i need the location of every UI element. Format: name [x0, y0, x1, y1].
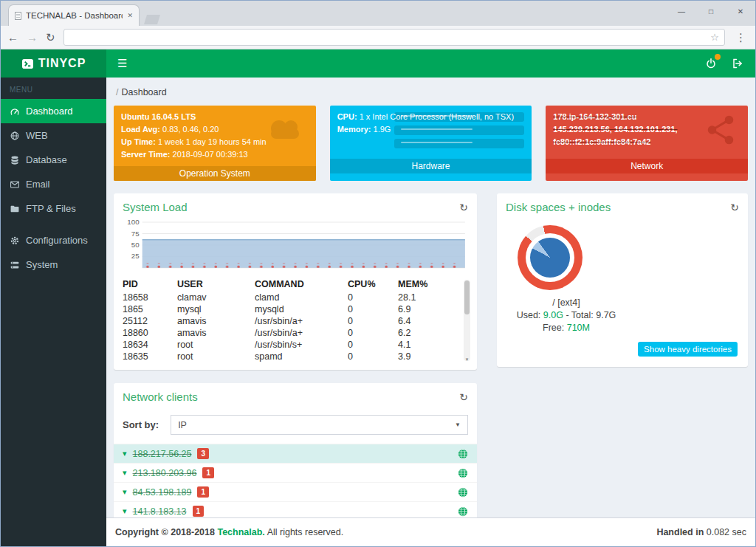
- network-client-row[interactable]: ▾ 84.53.198.189 1: [114, 482, 477, 501]
- copyright-text: Copyright © 2018-2018 Technalab. All rig…: [115, 527, 343, 537]
- breadcrumb-separator: /: [116, 87, 118, 97]
- sidebar-item-ftp-files[interactable]: FTP & Files: [1, 196, 106, 221]
- command-cell: spamd: [255, 351, 348, 362]
- col-cpu: CPU%: [348, 277, 398, 292]
- cpu-cell: 0: [348, 292, 398, 303]
- tinycp-app: TINYCP ☰ MENU: [1, 49, 755, 546]
- pid-cell: 18658: [123, 292, 177, 303]
- svg-text:100: 100: [127, 219, 140, 226]
- reload-button[interactable]: ↻: [46, 32, 55, 43]
- sidebar-item-email[interactable]: Email: [1, 172, 106, 196]
- user-cell: root: [177, 339, 255, 351]
- network-client-row[interactable]: ▾ 213.180.203.96 1: [114, 463, 477, 482]
- forward-button[interactable]: →: [27, 32, 38, 43]
- col-mem: MEM%: [398, 277, 458, 292]
- sidebar-menu-label: MENU: [1, 78, 106, 99]
- hamburger-menu-icon[interactable]: ☰: [106, 57, 138, 70]
- client-count-badge: 1: [197, 486, 209, 498]
- mem-cell: 28.1: [398, 292, 458, 303]
- refresh-icon[interactable]: ↻: [459, 392, 468, 402]
- svg-text:25: 25: [131, 252, 140, 261]
- bookmark-star-icon[interactable]: ☆: [710, 32, 719, 43]
- sidebar-item-system[interactable]: System: [1, 252, 106, 277]
- client-count-badge: 3: [197, 448, 209, 459]
- mem-cell: 4.1: [398, 339, 458, 351]
- tab-close-icon[interactable]: ✕: [127, 12, 133, 19]
- command-cell: /usr/sbin/a+: [255, 315, 348, 327]
- maximize-button[interactable]: □: [696, 1, 726, 21]
- system-load-chart: 100 75 50 25: [114, 219, 477, 274]
- show-heavy-directories-button[interactable]: Show heavy directories: [638, 342, 738, 357]
- browser-toolbar: ← → ↻ ☆ ⋮: [1, 26, 755, 49]
- logo-text: TINYCP: [38, 57, 86, 70]
- address-input[interactable]: [69, 32, 707, 43]
- sort-by-select[interactable]: IP ▼: [171, 415, 468, 435]
- page-favicon-icon: [15, 12, 21, 20]
- scrollbar-thumb[interactable]: [464, 281, 470, 314]
- minimize-button[interactable]: —: [667, 1, 696, 21]
- tab-title: TECHNALAB - Dashboard: [26, 11, 123, 20]
- header-actions: [698, 49, 755, 78]
- new-tab-button[interactable]: [144, 15, 160, 24]
- col-pid: PID: [123, 277, 177, 292]
- logout-icon: [732, 58, 743, 69]
- sidebar-item-dashboard[interactable]: Dashboard: [1, 99, 106, 123]
- address-bar[interactable]: ☆: [63, 29, 725, 46]
- table-row: 1865mysqlmysqld06.9: [123, 303, 458, 315]
- logout-button[interactable]: [724, 49, 751, 78]
- os-load: Load Avg: 0.83, 0.46, 0.20: [121, 123, 309, 136]
- user-cell: clamav: [177, 292, 255, 303]
- table-row: 18635rootspamd03.9: [123, 351, 458, 362]
- hardware-cpu: CPU: 1 x Intel Core Processor (Haswell, …: [337, 111, 525, 123]
- terminal-logo-icon: [21, 58, 34, 69]
- sort-by-value: IP: [178, 420, 187, 430]
- power-icon: [705, 58, 717, 69]
- sidebar-item-configurations[interactable]: Configurations: [1, 228, 106, 252]
- browser-tab[interactable]: TECHNALAB - Dashboard ✕: [8, 4, 140, 26]
- sidebar-item-label: FTP & Files: [26, 203, 76, 214]
- tinycp-logo[interactable]: TINYCP: [1, 49, 106, 78]
- refresh-icon[interactable]: ↻: [459, 202, 468, 213]
- sort-by-label: Sort by:: [123, 419, 159, 430]
- client-ip: 188.217.56.25: [133, 449, 192, 459]
- sidebar-item-web[interactable]: WEB: [1, 123, 106, 148]
- network-client-row[interactable]: ▾ 188.217.56.25 3: [114, 444, 477, 463]
- dashboard-gauge-icon: [10, 106, 20, 117]
- notification-badge: [715, 54, 721, 60]
- database-icon: [10, 155, 20, 165]
- sidebar-item-database[interactable]: Database: [1, 148, 106, 172]
- disk-used-total: Used: 9.0G - Total: 9.7G: [507, 310, 625, 320]
- network-footer-label: Network: [546, 159, 748, 173]
- hardware-memory: Memory: 1.9G: [337, 123, 525, 136]
- os-title: Ubuntu 16.04.5 LTS: [121, 111, 309, 123]
- pid-cell: 18860: [123, 327, 177, 339]
- cpu-cell: 0: [348, 339, 398, 351]
- globe-status-icon: [458, 506, 468, 517]
- pid-cell: 18635: [123, 351, 177, 362]
- breadcrumb-current: Dashboard: [121, 87, 166, 97]
- scroll-down-arrow-icon[interactable]: ▾: [464, 357, 470, 362]
- window-controls: — □ ✕: [667, 1, 755, 21]
- close-button[interactable]: ✕: [726, 1, 755, 21]
- gear-icon: [10, 235, 20, 246]
- power-button[interactable]: [698, 49, 724, 78]
- globe-icon: [10, 131, 20, 141]
- col-command: COMMAND: [255, 277, 348, 292]
- refresh-icon[interactable]: ↻: [730, 202, 739, 213]
- mem-cell: 6.4: [398, 315, 458, 327]
- page-footer: Copyright © 2018-2018 Technalab. All rig…: [106, 517, 755, 546]
- brand-link[interactable]: Technalab.: [217, 527, 264, 537]
- pid-cell: 18634: [123, 339, 177, 351]
- sidebar-item-label: WEB: [26, 130, 48, 141]
- svg-text:50: 50: [131, 241, 140, 249]
- pid-cell: 25112: [123, 315, 177, 327]
- table-row: 18634root/usr/sbin/s+04.1: [123, 339, 458, 351]
- browser-menu-icon[interactable]: ⋮: [733, 31, 749, 44]
- table-scrollbar[interactable]: ▾: [464, 280, 470, 361]
- back-button[interactable]: ←: [7, 32, 18, 43]
- sidebar-item-label: Database: [26, 154, 67, 165]
- folder-icon: [10, 204, 20, 214]
- command-cell: /usr/sbin/s+: [255, 339, 348, 351]
- chevron-down-icon: ▾: [123, 450, 127, 458]
- user-cell: amavis: [177, 315, 255, 327]
